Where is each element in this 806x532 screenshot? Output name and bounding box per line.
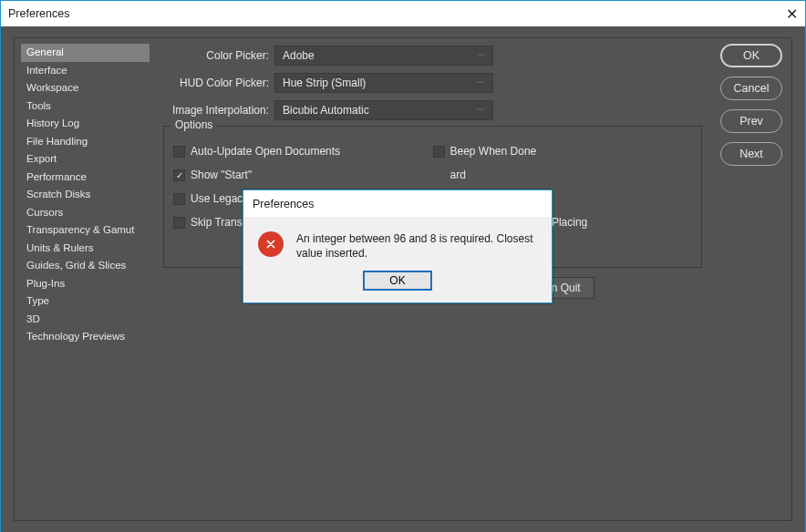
label-interpolation: Image Interpolation:: [163, 104, 274, 117]
sidebar-item-history-log[interactable]: History Log: [21, 115, 150, 133]
row-color-picker: Color Picker: Adobe ﹀: [163, 44, 702, 67]
option-label: Auto-Update Open Documents: [191, 145, 340, 158]
sidebar-item-plug-ins[interactable]: Plug-Ins: [21, 275, 150, 293]
dropdown-interpolation-value: Bicubic Automatic: [283, 104, 369, 117]
checkbox[interactable]: [173, 169, 185, 181]
sidebar-item-workspace[interactable]: Workspace: [21, 79, 150, 97]
sidebar-item-guides-grid-slices[interactable]: Guides, Grid & Slices: [21, 257, 150, 275]
sidebar-item-interface[interactable]: Interface: [21, 62, 150, 80]
close-icon[interactable]: ✕: [786, 5, 798, 23]
sidebar-item-file-handling[interactable]: File Handling: [21, 133, 150, 151]
sidebar-item-export[interactable]: Export: [21, 150, 150, 169]
sidebar-item-transparency-gamut[interactable]: Transparency & Gamut: [21, 221, 150, 240]
prev-button[interactable]: Prev: [720, 109, 782, 133]
row-hud-picker: HUD Color Picker: Hue Strip (Small) ﹀: [163, 71, 702, 95]
dropdown-interpolation[interactable]: Bicubic Automatic ﹀: [274, 100, 493, 120]
option-row: Beep When Done: [433, 139, 693, 163]
sidebar-item-general[interactable]: General: [21, 44, 150, 62]
cancel-button[interactable]: Cancel: [720, 77, 782, 100]
sidebar-item-units-rulers[interactable]: Units & Rulers: [21, 240, 150, 258]
dropdown-hud-picker-value: Hue Strip (Small): [283, 77, 366, 89]
sidebar-item-scratch-disks[interactable]: Scratch Disks: [21, 186, 150, 204]
checkbox[interactable]: [173, 146, 185, 158]
option-row: ard: [433, 163, 693, 187]
dropdown-color-picker-value: Adobe: [283, 49, 315, 62]
chevron-down-icon: ﹀: [477, 77, 485, 89]
titlebar: Preferences ✕: [1, 1, 805, 26]
window-body: GeneralInterfaceWorkspaceToolsHistory Lo…: [1, 26, 805, 532]
sidebar-item-cursors[interactable]: Cursors: [21, 204, 150, 222]
options-legend: Options: [171, 118, 216, 131]
sidebar-item-3d[interactable]: 3D: [21, 311, 150, 329]
label-hud-picker: HUD Color Picker:: [163, 77, 274, 89]
error-dialog-title: Preferences: [243, 189, 552, 217]
option-label: ard: [450, 169, 466, 181]
error-icon: [258, 231, 284, 257]
chevron-down-icon: ﹀: [477, 50, 485, 62]
sidebar-item-tools[interactable]: Tools: [21, 97, 150, 116]
checkbox[interactable]: [173, 193, 185, 205]
option-label: Beep When Done: [450, 145, 537, 158]
sidebar: GeneralInterfaceWorkspaceToolsHistory Lo…: [21, 44, 150, 346]
option-row: Auto-Update Open Documents: [173, 139, 433, 163]
dialog-buttons: OK Cancel Prev Next: [720, 44, 782, 166]
dropdown-hud-picker[interactable]: Hue Strip (Small) ﹀: [274, 73, 493, 93]
sidebar-item-type[interactable]: Type: [21, 292, 150, 311]
checkbox[interactable]: [433, 146, 445, 158]
checkbox[interactable]: [173, 217, 185, 229]
chevron-down-icon: ﹀: [477, 105, 485, 117]
preferences-window: Preferences ✕ GeneralInterfaceWorkspaceT…: [0, 0, 806, 532]
window-title: Preferences: [8, 7, 69, 20]
ok-button[interactable]: OK: [720, 44, 782, 67]
row-interpolation: Image Interpolation: Bicubic Automatic ﹀: [163, 98, 702, 122]
label-color-picker: Color Picker:: [163, 49, 274, 62]
option-row: Show "Start": [173, 163, 433, 187]
error-message: An integer between 96 and 8 is required.…: [296, 231, 537, 261]
sidebar-item-performance[interactable]: Performance: [21, 169, 150, 187]
dropdown-color-picker[interactable]: Adobe ﹀: [274, 46, 493, 66]
next-button[interactable]: Next: [720, 142, 782, 166]
sidebar-item-technology-previews[interactable]: Technology Previews: [21, 328, 150, 346]
option-label: Show "Start": [191, 169, 252, 181]
error-dialog: Preferences An integer between 96 and 8 …: [243, 189, 553, 303]
error-ok-button[interactable]: OK: [364, 271, 431, 290]
